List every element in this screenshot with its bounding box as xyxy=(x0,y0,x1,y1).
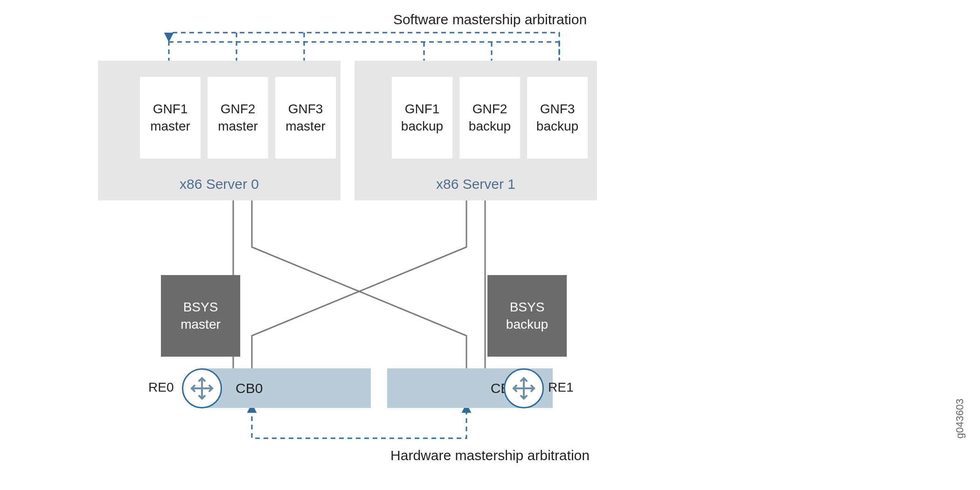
bsys-backup: BSYSbackup xyxy=(487,275,567,357)
server-1: GNF1backup GNF2backup GNF3backup x86 Ser… xyxy=(354,61,597,200)
bsys-master: BSYSmaster xyxy=(161,275,240,357)
gnf3-backup: GNF3backup xyxy=(527,77,588,159)
gnf1-backup: GNF1backup xyxy=(392,77,452,159)
gnf2-backup: GNF2backup xyxy=(459,77,520,159)
diagram-canvas: Software mastership arbitration Hardware… xyxy=(0,0,980,490)
server-0-label: x86 Server 0 xyxy=(98,176,341,192)
graphic-id: g043603 xyxy=(954,399,966,439)
hardware-arbitration-title: Hardware mastership arbitration xyxy=(0,448,980,463)
cb0: CB0 xyxy=(201,368,371,408)
gnf1-master: GNF1master xyxy=(140,77,201,159)
re0-icon xyxy=(182,368,222,408)
software-arbitration-title: Software mastership arbitration xyxy=(0,12,980,28)
server-0: GNF1master GNF2master GNF3master x86 Ser… xyxy=(98,61,341,200)
server-1-label: x86 Server 1 xyxy=(354,176,597,192)
re1-icon xyxy=(504,368,544,408)
re0-label: RE0 xyxy=(148,380,174,395)
gnf3-master: GNF3master xyxy=(275,77,336,159)
gnf2-master: GNF2master xyxy=(208,77,268,159)
re1-label: RE1 xyxy=(548,380,573,395)
